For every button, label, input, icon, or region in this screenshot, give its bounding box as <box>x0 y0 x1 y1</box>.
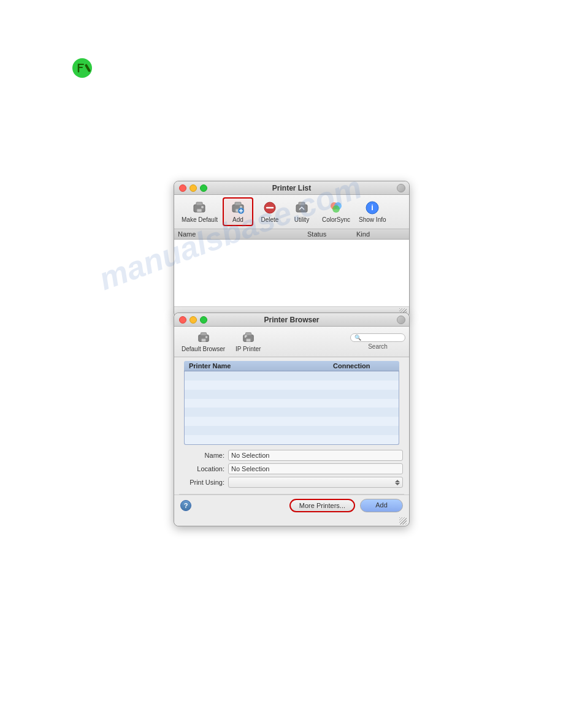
col-printer-name: Printer Name <box>189 362 333 370</box>
print-using-row: Print Using: <box>180 477 403 488</box>
location-value: No Selection <box>228 463 403 474</box>
delete-label: Delete <box>261 216 278 223</box>
printer-browser-titlebar: Printer Browser <box>174 313 409 327</box>
bottom-buttons: More Printers... Add <box>289 499 403 512</box>
traffic-lights <box>179 184 207 192</box>
browser-close-button[interactable] <box>179 316 186 324</box>
add-button-label: Add <box>232 216 243 223</box>
svg-rect-5 <box>197 209 202 212</box>
minimize-button[interactable] <box>190 184 197 192</box>
ip-printer-button[interactable]: IP IP Printer <box>231 329 265 354</box>
arrow-up-icon <box>395 480 400 482</box>
col-status: Status <box>307 230 356 238</box>
browser-minimize-button[interactable] <box>190 316 197 324</box>
location-row: Location: No Selection <box>180 463 403 474</box>
show-info-label: Show Info <box>359 216 386 223</box>
browser-resize-grip[interactable] <box>174 516 409 526</box>
utility-label: Utility <box>294 216 309 223</box>
help-button[interactable]: ? <box>180 500 191 511</box>
svg-rect-25 <box>201 339 205 342</box>
svg-point-26 <box>205 336 207 338</box>
browser-table-area: Printer Name Connection <box>174 357 409 445</box>
name-label: Name: <box>180 452 224 459</box>
printer-list-window: Printer List Make Default <box>174 181 410 317</box>
delete-button[interactable]: Delete <box>255 199 285 225</box>
more-printers-button[interactable]: More Printers... <box>289 499 355 512</box>
default-browser-button[interactable]: Default Browser <box>178 329 229 354</box>
printer-table-header: Printer Name Connection <box>184 361 399 371</box>
printer-browser-window: Printer Browser Default Browser IP IP Pr… <box>174 313 410 526</box>
colorsync-button[interactable]: ColorSync <box>318 199 354 225</box>
svg-point-6 <box>201 206 204 208</box>
print-using-select[interactable] <box>228 477 403 488</box>
make-default-button[interactable]: Make Default <box>178 199 221 225</box>
note-icon <box>72 58 92 78</box>
printer-list-titlebar: Printer List <box>174 181 409 195</box>
col-name: Name <box>178 230 307 238</box>
browser-resize-grip-icon <box>399 517 407 525</box>
svg-rect-17 <box>299 202 305 205</box>
svg-rect-24 <box>201 333 206 336</box>
svg-point-20 <box>332 205 340 213</box>
add-button[interactable]: Add <box>360 499 403 512</box>
printer-list-table-body <box>174 240 409 307</box>
search-label: Search <box>368 343 388 350</box>
printer-browser-title: Printer Browser <box>264 316 319 324</box>
bottom-bar: ? More Printers... Add <box>174 495 409 516</box>
colorsync-label: ColorSync <box>322 216 350 223</box>
window-resize-indicator <box>397 184 405 192</box>
browser-maximize-button[interactable] <box>200 316 207 324</box>
browser-traffic-lights <box>179 316 207 324</box>
search-input-wrap[interactable]: 🔍 <box>350 333 405 342</box>
printer-list-toolbar: Make Default Add Delete <box>174 195 409 229</box>
svg-rect-16 <box>296 205 307 212</box>
printer-list-table-header: Name Status Kind <box>174 229 409 240</box>
svg-text:i: i <box>371 203 373 212</box>
location-label: Location: <box>180 465 224 472</box>
add-printer-button[interactable]: Add <box>223 197 253 226</box>
browser-toolbar: Default Browser IP IP Printer 🔍 Search <box>174 327 409 357</box>
default-browser-label: Default Browser <box>182 346 225 352</box>
svg-rect-4 <box>196 202 202 205</box>
print-using-label: Print Using: <box>180 479 224 486</box>
search-icon: 🔍 <box>354 335 361 341</box>
search-box: 🔍 Search <box>350 333 405 350</box>
svg-rect-29 <box>246 339 250 342</box>
utility-button[interactable]: Utility <box>286 199 317 225</box>
ip-printer-label: IP Printer <box>236 346 261 352</box>
name-row: Name: No Selection <box>180 450 403 461</box>
select-arrows <box>395 480 400 485</box>
printer-list-title: Printer List <box>272 184 311 192</box>
svg-rect-8 <box>235 202 241 205</box>
name-value: No Selection <box>228 450 403 461</box>
close-button[interactable] <box>179 184 186 192</box>
browser-resize-indicator <box>397 316 405 324</box>
col-kind: Kind <box>356 230 405 238</box>
svg-text:IP: IP <box>244 335 247 338</box>
maximize-button[interactable] <box>200 184 207 192</box>
arrow-down-icon <box>395 483 400 485</box>
printer-table-body <box>184 371 399 445</box>
col-connection: Connection <box>333 362 394 370</box>
printer-form-area: Name: No Selection Location: No Selectio… <box>174 445 409 494</box>
make-default-label: Make Default <box>182 216 218 223</box>
show-info-button[interactable]: i Show Info <box>355 199 389 225</box>
